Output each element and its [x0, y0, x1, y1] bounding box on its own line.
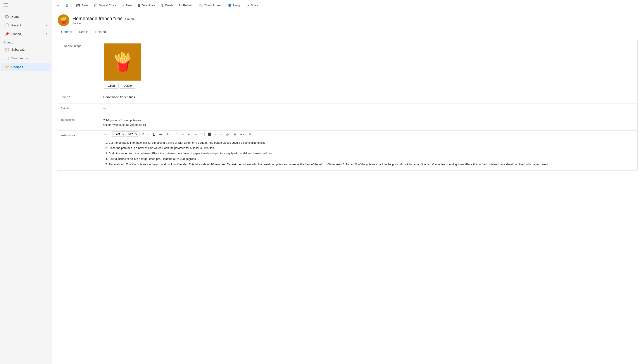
- delete-button[interactable]: 🗑 Delete: [158, 2, 176, 9]
- assign-icon: 👤: [228, 4, 232, 8]
- check-access-button[interactable]: 🔍 Check Access: [196, 2, 224, 9]
- highlight-button[interactable]: A▾: [157, 132, 164, 137]
- text-color-icon: A▾: [166, 132, 170, 136]
- italic-button[interactable]: I: [146, 132, 151, 137]
- toolbar-separator: [72, 2, 72, 8]
- assign-button[interactable]: 👤 Assign: [225, 2, 244, 9]
- link-icon: 🔗: [226, 132, 230, 136]
- record-title-area: Homemade french fries - Saved Recipe: [72, 16, 134, 25]
- image-area: Open Delete: [104, 44, 141, 89]
- open-image-button[interactable]: Open: [104, 83, 118, 89]
- delete-image-button[interactable]: Delete: [120, 83, 136, 89]
- rte-clear-format-button[interactable]: ⌫: [102, 132, 110, 137]
- deactivate-button[interactable]: 🗑 Deactivate: [135, 2, 158, 9]
- bold-button[interactable]: B: [141, 132, 146, 137]
- instructions-label: Instructions: [57, 130, 101, 140]
- instructions-row: Instructions ⌫ Font Size: [57, 130, 638, 170]
- decrease-indent-button[interactable]: ⇤: [186, 132, 192, 137]
- strikethrough-button[interactable]: abc: [238, 132, 246, 137]
- sidebar-item-label: Recipes: [11, 65, 23, 69]
- name-value[interactable]: Homemade french fries: [101, 92, 638, 102]
- new-button[interactable]: ＋ New: [119, 2, 134, 9]
- insert-link-button[interactable]: 🔗: [224, 132, 231, 137]
- name-label: Name *: [57, 92, 101, 102]
- deactivate-icon: 🗑: [137, 4, 141, 7]
- instructions-list: Cut the potatoes into matchsticks, eithe…: [104, 140, 634, 167]
- bullet-list-button[interactable]: ☰: [174, 132, 180, 137]
- align-right-button[interactable]: ≡: [219, 132, 224, 137]
- blockquote-icon: ": [200, 132, 202, 136]
- tabs: General Details Related: [52, 28, 642, 36]
- sidebar-item-pinned[interactable]: 📌 Pinned ▾: [1, 30, 51, 38]
- form-content: Recipe image Open Delete Name * Homemade…: [52, 36, 642, 364]
- subarea-icon: 📋: [5, 48, 9, 52]
- save-close-label: Save & Close: [99, 4, 116, 7]
- sidebar-item-recipes[interactable]: ⭐ Recipes: [1, 63, 51, 71]
- save-icon: 💾: [76, 4, 80, 8]
- insert-image-button[interactable]: 🖼: [247, 132, 253, 137]
- increase-indent-button[interactable]: ⇥: [192, 132, 198, 137]
- text-color-button[interactable]: A▾: [165, 132, 172, 137]
- pin-icon: 📌: [5, 32, 9, 36]
- back-button[interactable]: ←: [54, 2, 63, 9]
- record-saved-status: - Saved: [124, 17, 134, 21]
- delete-label: Delete: [165, 4, 174, 7]
- hamburger-menu-icon[interactable]: [4, 3, 8, 7]
- ingredients-line2: Oil for frying such as vegetable oil: [103, 123, 635, 127]
- remove-link-icon: ⛓: [234, 132, 236, 136]
- new-icon: ＋: [122, 3, 125, 8]
- details-row: Details ---: [57, 104, 638, 115]
- blockquote-button[interactable]: ": [199, 132, 203, 137]
- home-icon: 🏠: [5, 14, 9, 18]
- sidebar-item-label: Subarea1: [11, 48, 25, 51]
- image-buttons: Open Delete: [104, 83, 136, 89]
- recipe-image: [104, 44, 141, 80]
- name-row: Name * Homemade french fries: [57, 92, 638, 104]
- form-section: Recipe image Open Delete Name * Homemade…: [57, 40, 638, 170]
- instruction-3: Drain the water from the potatoes. Place…: [108, 151, 634, 156]
- dashboard-icon: 📊: [5, 56, 9, 60]
- sidebar-item-home[interactable]: 🏠 Home: [1, 12, 51, 21]
- sidebar-item-recent[interactable]: 🕐 Recent ▾: [1, 21, 51, 30]
- new-label: New: [126, 4, 132, 7]
- save-label: Save: [82, 4, 88, 7]
- numbered-list-button[interactable]: ≡: [180, 132, 186, 137]
- sidebar-item-subarea1[interactable]: 📋 Subarea1: [1, 45, 51, 54]
- align-left-button[interactable]: ⬛: [206, 132, 213, 137]
- details-value[interactable]: ---: [101, 104, 638, 113]
- sidebar-item-label: Pinned: [11, 32, 21, 36]
- instructions-content[interactable]: Cut the potatoes into matchsticks, eithe…: [101, 138, 638, 170]
- toolbar-nav: ← ⧉: [54, 2, 71, 9]
- size-select[interactable]: Size: [126, 132, 138, 137]
- save-button[interactable]: 💾 Save: [74, 2, 90, 9]
- share-button[interactable]: ↗ Share: [244, 2, 261, 9]
- align-left-icon: ⬛: [208, 132, 211, 136]
- align-center-button[interactable]: ≡: [213, 132, 218, 137]
- align-center-icon: ≡: [215, 132, 216, 136]
- tab-details[interactable]: Details: [76, 28, 92, 36]
- open-button[interactable]: ⧉: [63, 2, 71, 9]
- sidebar-item-label: Home: [11, 15, 20, 18]
- font-select[interactable]: Font: [112, 132, 125, 137]
- required-indicator: *: [69, 96, 70, 99]
- align-right-icon: ≡: [220, 132, 222, 136]
- highlight-icon: A▾: [159, 132, 162, 136]
- strikethrough-icon: abc: [240, 132, 245, 136]
- open-icon: ⧉: [66, 4, 68, 8]
- tab-general[interactable]: General: [58, 28, 76, 36]
- check-access-icon: 🔍: [199, 4, 203, 8]
- instruction-5: Place about 1/3 of the potatoes in the p…: [108, 162, 634, 167]
- ingredients-value[interactable]: 2 1/2 pounds Russet potatoes Oil for fry…: [101, 115, 638, 130]
- save-close-button[interactable]: 📋 Save & Close: [91, 2, 119, 9]
- main-area: ← ⧉ 💾 Save 📋 Save & Close ＋ New 🗑 Deacti…: [52, 0, 642, 364]
- insert-image-icon: 🖼: [249, 132, 252, 136]
- underline-button[interactable]: U: [151, 132, 157, 137]
- ingredients-line1: 2 1/2 pounds Russet potatoes: [103, 118, 635, 123]
- sidebar-header: [0, 0, 52, 10]
- remove-link-button[interactable]: ⛓: [232, 132, 238, 137]
- delete-icon: 🗑: [161, 4, 164, 7]
- sidebar-item-dashboards[interactable]: 📊 Dashboards: [1, 54, 51, 62]
- refresh-button[interactable]: ↻ Refresh: [176, 2, 196, 9]
- check-access-label: Check Access: [204, 4, 222, 7]
- tab-related[interactable]: Related: [92, 28, 110, 36]
